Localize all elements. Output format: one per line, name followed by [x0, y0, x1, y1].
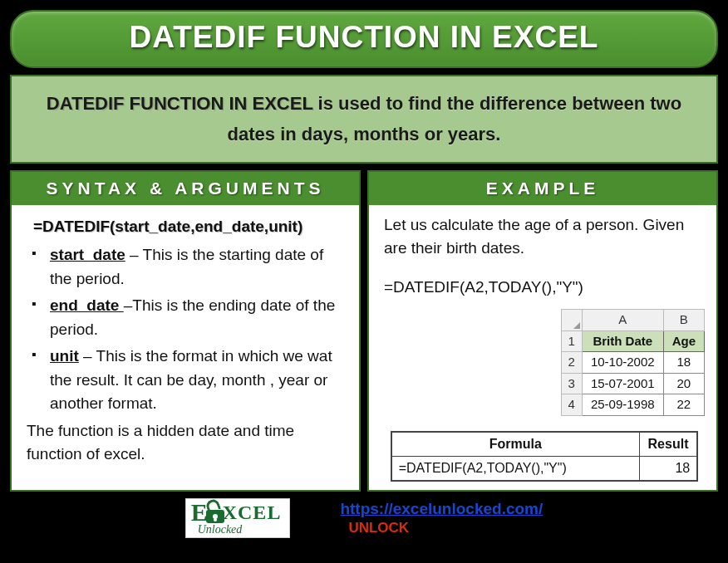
data-cell: 15-07-2001 [582, 373, 663, 394]
syntax-panel: SYNTAX & ARGUMENTS =DATEDIF(start_date,e… [10, 170, 361, 492]
title-banner: DATEDIF FUNCTION IN EXCEL [10, 10, 718, 68]
arg-name: start_date [50, 246, 125, 263]
list-item: start_date – This is the starting date o… [32, 243, 347, 291]
example-formula: =DATEDIF(A2,TODAY(),"Y") [384, 276, 705, 300]
data-cell: 20 [663, 373, 704, 394]
data-cell: 10-10-2002 [582, 352, 663, 374]
data-cell: 25-09-1998 [582, 394, 663, 416]
col-header: B [663, 310, 704, 331]
logo-letter-e: E [191, 501, 208, 525]
unlock-label: UNLOCK [348, 520, 543, 536]
syntax-note: The function is a hidden date and time f… [27, 419, 347, 467]
list-item: end_date –This is the ending date of the… [32, 294, 347, 341]
description-bold: DATEDIF FUNCTION IN EXCEL [47, 93, 313, 114]
excel-grid: A B 1 Brith Date Age 2 10-10-2002 18 3 [561, 309, 705, 416]
result-value: 18 [639, 456, 697, 481]
row-header: 4 [561, 394, 582, 416]
header-cell: Age [663, 330, 704, 352]
result-header: Result [639, 432, 697, 457]
argument-list: start_date – This is the starting date o… [27, 243, 347, 416]
website-link[interactable]: https://excelunlocked.com/ [340, 500, 543, 518]
example-header: EXAMPLE [369, 172, 716, 205]
footer: E XCEL Unlocked https://excelunlocked.co… [10, 498, 718, 538]
example-panel: EXAMPLE Let us calculate the age of a pe… [367, 170, 718, 492]
syntax-formula: =DATEDIF(start_date,end_date,unit) [33, 215, 347, 239]
page-title: DATEDIF FUNCTION IN EXCEL [12, 20, 716, 55]
result-formula: =DATEDIF(A2,TODAY(),"Y") [391, 456, 640, 481]
data-cell: 22 [663, 394, 704, 416]
syntax-header: SYNTAX & ARGUMENTS [12, 172, 359, 205]
example-intro: Let us calculate the age of a person. Gi… [384, 213, 705, 261]
arg-desc: – This is the format in which we wat the… [50, 347, 332, 412]
col-header: A [582, 310, 663, 331]
list-item: unit – This is the format in which we wa… [32, 345, 347, 416]
row-header: 3 [561, 373, 582, 394]
row-header: 2 [561, 352, 582, 374]
lock-icon [206, 502, 224, 523]
description-box: DATEDIF FUNCTION IN EXCEL is used to fin… [10, 75, 718, 164]
data-cell: 18 [663, 352, 704, 374]
arg-name: end_date [50, 296, 124, 314]
arg-name: unit [50, 347, 79, 365]
logo-text-top: XCEL [223, 503, 282, 522]
logo-text-bottom: Unlocked [198, 524, 282, 535]
result-header: Formula [391, 432, 640, 457]
result-table: Formula Result =DATEDIF(A2,TODAY(),"Y") … [391, 431, 699, 482]
grid-corner [561, 310, 582, 331]
header-cell: Brith Date [582, 330, 663, 352]
row-header: 1 [561, 330, 582, 352]
logo: E XCEL Unlocked [185, 498, 291, 538]
